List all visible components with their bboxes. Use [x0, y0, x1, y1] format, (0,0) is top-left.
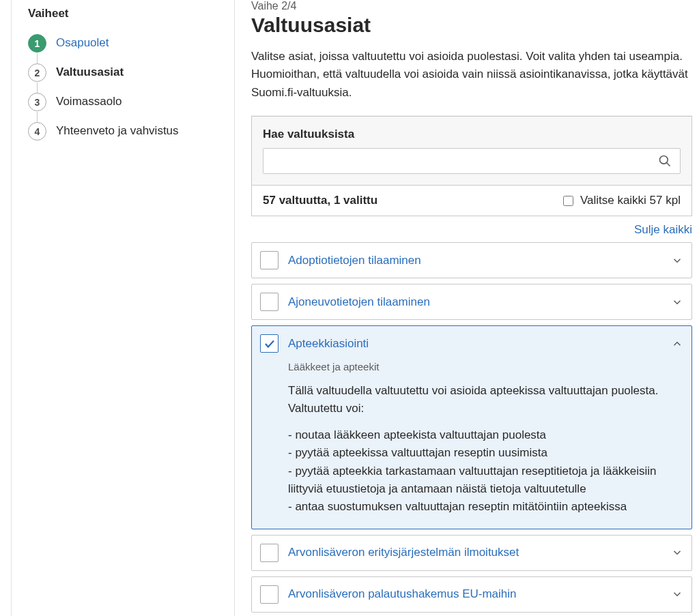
steps-sidebar: Vaiheet 1 Osapuolet 2 Valtuusasiat 3 Voi… [11, 0, 235, 616]
main-content: Vaihe 2/4 Valtuusasiat Valitse asiat, jo… [251, 0, 699, 616]
chevron-down-icon[interactable] [671, 588, 683, 600]
step-4[interactable]: 4 Yhteenveto ja vahvistus [23, 117, 223, 146]
item-title[interactable]: Ajoneuvotietojen tilaaminen [288, 295, 661, 309]
chevron-down-icon[interactable] [671, 296, 683, 308]
svg-line-1 [667, 163, 670, 166]
search-icon [658, 154, 672, 168]
step-1[interactable]: 1 Osapuolet [23, 29, 223, 58]
select-all[interactable]: Valitse kaikki 57 kpl [563, 194, 681, 207]
item-category: Lääkkeet ja apteekit [288, 361, 683, 372]
item-description: Tällä valtuudella valtuutettu voi asioid… [288, 382, 683, 417]
item-checkbox[interactable] [260, 585, 279, 604]
svg-point-0 [660, 156, 668, 164]
intro-text: Valitse asiat, joissa valtuutettu voi as… [251, 48, 692, 102]
item-body: Lääkkeet ja apteekit Tällä valtuudella v… [252, 361, 691, 529]
step-label-2: Valtuusasiat [56, 63, 124, 79]
count-row: 57 valtuutta, 1 valittu Valitse kaikki 5… [251, 186, 692, 216]
mandate-item: Ajoneuvotietojen tilaaminen [251, 284, 692, 320]
search-box: Hae valtuuksista [251, 116, 692, 186]
step-badge-2: 2 [28, 63, 46, 82]
select-all-checkbox[interactable] [563, 196, 573, 206]
search-input[interactable] [263, 149, 650, 173]
select-all-label: Valitse kaikki 57 kpl [580, 194, 681, 207]
item-title[interactable]: Adoptiotietojen tilaaminen [288, 254, 661, 267]
steps-heading: Vaiheet [28, 7, 218, 20]
search-label: Hae valtuuksista [263, 128, 681, 141]
step-badge-4: 4 [28, 122, 46, 141]
item-title[interactable]: Arvonlisäveron erityisjärjestelmän ilmoi… [288, 546, 661, 559]
mandate-item: Adoptiotietojen tilaaminen [251, 242, 692, 278]
step-label-4: Yhteenveto ja vahvistus [56, 122, 179, 138]
step-badge-1: 1 [28, 34, 46, 53]
chevron-up-icon[interactable] [671, 338, 683, 350]
search-button[interactable] [650, 149, 680, 173]
item-bullets: - noutaa lääkkeen apteekista valtuuttaja… [288, 426, 683, 516]
chevron-down-icon[interactable] [671, 546, 683, 559]
mandate-item: Arvonlisäveron palautushakemus EU-maihin [251, 576, 692, 613]
step-2[interactable]: 2 Valtuusasiat [23, 58, 223, 87]
mandate-item-expanded: Apteekkiasiointi Lääkkeet ja apteekit Tä… [251, 325, 692, 529]
item-checkbox[interactable] [260, 334, 279, 353]
item-checkbox[interactable] [260, 251, 279, 269]
step-badge-3: 3 [28, 93, 46, 111]
mandate-item: Arvonlisäveron erityisjärjestelmän ilmoi… [251, 535, 692, 571]
count-text: 57 valtuutta, 1 valittu [263, 194, 377, 207]
item-checkbox[interactable] [260, 293, 279, 311]
item-title[interactable]: Apteekkiasiointi [288, 337, 661, 351]
step-label-1: Osapuolet [56, 34, 109, 50]
step-counter: Vaihe 2/4 [251, 0, 692, 12]
chevron-down-icon[interactable] [671, 254, 683, 267]
close-all-link[interactable]: Sulje kaikki [634, 223, 692, 236]
page-title: Valtuusasiat [251, 14, 692, 37]
step-3[interactable]: 3 Voimassaolo [23, 87, 223, 117]
step-label-3: Voimassaolo [56, 93, 122, 108]
item-checkbox[interactable] [260, 544, 279, 562]
item-title[interactable]: Arvonlisäveron palautushakemus EU-maihin [288, 587, 661, 601]
